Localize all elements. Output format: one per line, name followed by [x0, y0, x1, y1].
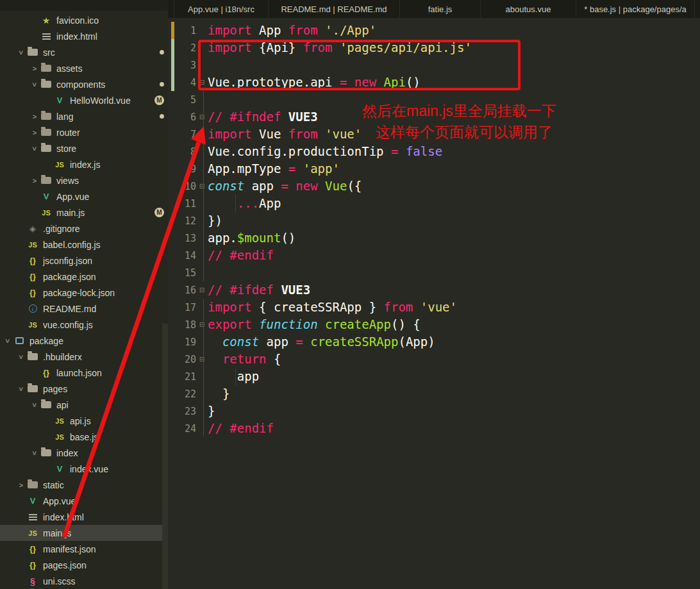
- chevron-down-icon[interactable]: >: [17, 384, 25, 394]
- chevron-down-icon[interactable]: >: [31, 144, 38, 154]
- tree-item-src[interactable]: >src: [0, 44, 168, 60]
- tree-item-assets[interactable]: >assets: [0, 60, 168, 76]
- tree-item-babel-config-js[interactable]: JSbabel.config.js: [0, 236, 168, 253]
- code-line-20[interactable]: 20⊟ return {: [168, 351, 700, 368]
- tree-item-api-js[interactable]: JSapi.js: [0, 413, 168, 429]
- tree-item-index[interactable]: >index: [0, 445, 168, 461]
- tree-item-pages-json[interactable]: {}pages.json: [0, 557, 168, 573]
- tree-item-jsconfig-json[interactable]: {}jsconfig.json: [0, 253, 168, 269]
- tree-item-index-html[interactable]: index.html: [0, 28, 168, 44]
- chevron-down-icon[interactable]: >: [31, 448, 38, 458]
- chevron-down-icon[interactable]: >: [4, 336, 12, 346]
- tree-item-label: index.html: [43, 512, 84, 522]
- file-tree-sidebar: ★favicon.icoindex.html>src>assets>compon…: [0, 0, 168, 589]
- tree-item-label: favicon.ico: [56, 15, 99, 26]
- tree-item-hbuilderx[interactable]: >.hbuilderx: [0, 349, 168, 365]
- chevron-down-icon[interactable]: >: [17, 352, 25, 362]
- chevron-right-icon[interactable]: >: [29, 177, 40, 185]
- tree-item-index-html[interactable]: index.html: [0, 509, 168, 525]
- tree-item-lang[interactable]: >lang: [0, 108, 168, 124]
- tree-item-gitignore[interactable]: ◈.gitignore: [0, 220, 168, 236]
- code-line-12[interactable]: 12}): [168, 212, 700, 229]
- code-line-15[interactable]: 15: [168, 264, 700, 281]
- code-line-2[interactable]: 2import {Api} from 'pages/api/api.js': [168, 39, 700, 56]
- line-number: 11: [168, 198, 196, 210]
- tab-app-vue-i18n-src[interactable]: App.vue | i18n/src: [174, 0, 268, 18]
- code-line-3[interactable]: 3: [168, 56, 700, 74]
- tree-item-favicon-ico[interactable]: ★favicon.ico: [0, 12, 168, 28]
- chevron-right-icon[interactable]: >: [16, 481, 26, 489]
- tree-item-main-js[interactable]: JSmain.jsM: [0, 204, 168, 220]
- code-text: }): [208, 212, 222, 229]
- tree-item-vue-config-js[interactable]: JSvue.config.js: [0, 317, 168, 333]
- code-line-19[interactable]: 19 const app = createSSRApp(App): [168, 333, 700, 351]
- code-line-9[interactable]: 9App.mpType = 'app': [168, 160, 700, 178]
- code-line-7[interactable]: 7import Vue from 'vue': [168, 126, 700, 143]
- fold-toggle-icon[interactable]: ⊟: [196, 286, 208, 294]
- fold-toggle-icon[interactable]: ⊟: [196, 356, 208, 363]
- code-line-4[interactable]: 4⊟Vue.prototype.api = new Api(): [168, 74, 700, 91]
- tab-fatie-js[interactable]: fatie.js: [399, 0, 480, 18]
- tree-item-pages[interactable]: >pages: [0, 381, 168, 397]
- vue-icon: V: [53, 95, 66, 105]
- tree-item-package-lock-json[interactable]: {}package-lock.json: [0, 285, 168, 301]
- tree-item-uni-scss[interactable]: §uni.scss: [0, 573, 168, 589]
- chevron-right-icon[interactable]: >: [29, 65, 40, 72]
- tree-item-views[interactable]: >views: [0, 172, 168, 188]
- chevron-right-icon[interactable]: >: [29, 113, 40, 120]
- code-line-18[interactable]: 18⊟export function createApp() {: [168, 316, 700, 333]
- tree-item-label: package.json: [43, 272, 96, 282]
- code-line-5[interactable]: 5: [168, 91, 700, 108]
- fold-toggle-icon[interactable]: ⊟: [196, 321, 208, 328]
- tab-aboutus-vue[interactable]: aboutus.vue: [480, 0, 576, 18]
- tree-item-index-js[interactable]: JSindex.js: [0, 156, 168, 172]
- tree-item-label: views: [56, 176, 79, 186]
- code-line-16[interactable]: 16⊟// #ifdef VUE3: [168, 281, 700, 299]
- tree-item-readme-md[interactable]: iREADME.md: [0, 301, 168, 317]
- tree-item-app-vue[interactable]: VApp.vue: [0, 188, 168, 204]
- tree-item-label: babel.config.js: [43, 240, 101, 250]
- code-line-1[interactable]: 1import App from './App': [168, 22, 700, 39]
- sidebar-scrollbar-thumb[interactable]: [162, 324, 168, 589]
- code-line-21[interactable]: 21 app: [168, 368, 700, 385]
- tree-item-router[interactable]: >router: [0, 124, 168, 140]
- tree-item-static[interactable]: >static: [0, 477, 168, 493]
- tree-item-main-js[interactable]: JSmain.js: [0, 525, 168, 541]
- chevron-down-icon[interactable]: >: [31, 79, 38, 90]
- tree-item-package[interactable]: >package: [0, 333, 168, 349]
- folder-open-icon: [26, 385, 39, 392]
- code-text: }: [208, 385, 229, 402]
- code-line-24[interactable]: 24// #endif: [168, 420, 700, 437]
- chevron-down-icon[interactable]: >: [17, 47, 25, 58]
- code-line-14[interactable]: 14// #endif: [168, 247, 700, 264]
- tab-readme-md-readme-md[interactable]: README.md | README.md: [268, 0, 399, 18]
- code-line-8[interactable]: 8Vue.config.productionTip = false: [168, 143, 700, 160]
- code-editor[interactable]: 1import App from './App'2import {Api} fr…: [168, 18, 700, 589]
- tree-item-launch-json[interactable]: {}launch.json: [0, 365, 168, 381]
- fold-toggle-icon[interactable]: ⊟: [196, 113, 208, 120]
- tree-item-index-vue[interactable]: Vindex.vue: [0, 461, 168, 477]
- sidebar-top-strip: [0, 0, 168, 11]
- tree-item-store[interactable]: >store: [0, 140, 168, 156]
- chevron-down-icon[interactable]: >: [31, 400, 38, 410]
- tree-item-label: .gitignore: [43, 224, 80, 234]
- tree-item-manifest-json[interactable]: {}manifest.json: [0, 541, 168, 557]
- tree-item-base-js[interactable]: JSbase.js: [0, 429, 168, 445]
- tab-base-js-package-pages-a[interactable]: * base.js | package/pages/a: [576, 0, 695, 18]
- code-line-23[interactable]: 23}: [168, 402, 700, 420]
- code-line-10[interactable]: 10⊟const app = new Vue({: [168, 178, 700, 195]
- code-line-13[interactable]: 13app.$mount(): [168, 229, 700, 247]
- code-line-22[interactable]: 22 }: [168, 385, 700, 402]
- tree-item-components[interactable]: >components: [0, 76, 168, 92]
- code-line-6[interactable]: 6⊟// #ifndef VUE3: [168, 108, 700, 126]
- tree-item-helloworld-vue[interactable]: VHelloWorld.vueM: [0, 92, 168, 108]
- tree-item-package-json[interactable]: {}package.json: [0, 269, 168, 285]
- chevron-right-icon[interactable]: >: [29, 129, 40, 137]
- fold-toggle-icon[interactable]: ⊟: [196, 79, 208, 86]
- code-line-17[interactable]: 17import { createSSRApp } from 'vue': [168, 299, 700, 316]
- tree-item-app-vue[interactable]: VApp.vue: [0, 493, 168, 509]
- js-icon: JS: [40, 209, 53, 217]
- fold-toggle-icon[interactable]: ⊟: [196, 183, 208, 190]
- tree-item-api[interactable]: >api: [0, 397, 168, 413]
- code-line-11[interactable]: 11 ...App: [168, 195, 700, 212]
